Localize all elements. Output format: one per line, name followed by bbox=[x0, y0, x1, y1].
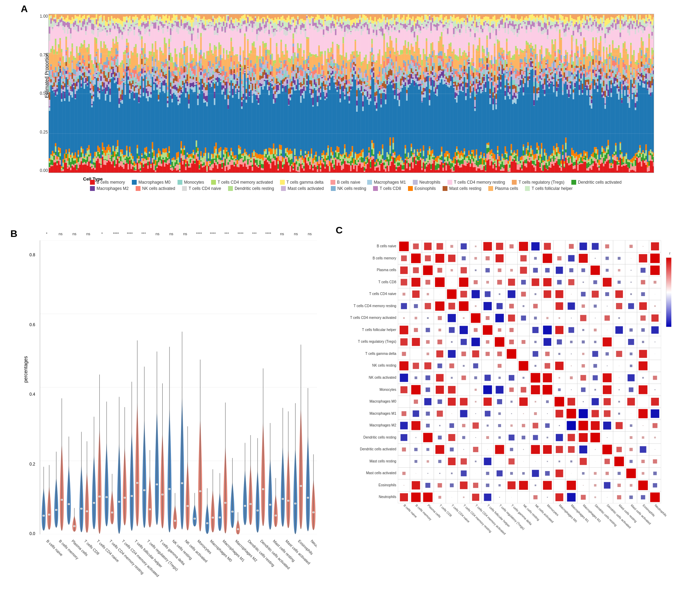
legend-swatch-t-follicular bbox=[525, 186, 530, 191]
legend-swatch-b-cells-memory bbox=[90, 180, 95, 185]
legend-item-t-cd8: T cells CD8 bbox=[373, 186, 401, 191]
legend-swatch-mast-resting bbox=[443, 186, 447, 191]
panel-b-x-labels bbox=[40, 540, 317, 609]
panel-b-y-ticks: 0.8 0.6 0.4 0.2 0.0 bbox=[29, 252, 35, 536]
legend-swatch-plasma bbox=[488, 186, 493, 191]
legend-item-dc-resting: Dendritic cells resting bbox=[228, 186, 274, 191]
panel-a-chart bbox=[48, 14, 654, 173]
legend-swatch-t-reg bbox=[512, 180, 517, 185]
legend-swatch-dc-activated bbox=[571, 180, 576, 185]
legend-item-t-follicular: T cells follicular helper bbox=[525, 186, 573, 191]
panel-b-y-axis-label: percentages bbox=[23, 356, 28, 383]
legend-item-dc-activated: Dendritic cells activated bbox=[571, 180, 622, 185]
panel-a-label: A bbox=[21, 3, 28, 15]
panel-c-label: C bbox=[336, 225, 343, 236]
legend-swatch-dc-resting bbox=[228, 186, 233, 191]
legend-swatch-nk-resting bbox=[331, 186, 336, 191]
panel-b-label: B bbox=[10, 228, 17, 239]
legend-item-b-cells-naive: B cells naive bbox=[330, 180, 360, 185]
legend-item-plasma: Plasma cells bbox=[488, 186, 518, 191]
legend-item-macrophages-m0: Macrophages M0 bbox=[132, 180, 171, 185]
panel-b-chart bbox=[40, 240, 317, 534]
legend-swatch-mast-activated bbox=[281, 186, 286, 191]
legend-swatch-t-cd8 bbox=[373, 186, 378, 191]
legend-item-t-cd4-act: T cells CD4 memory activated bbox=[211, 180, 273, 185]
legend-swatch-t-cd4-rest bbox=[447, 180, 452, 185]
legend-swatch-nk-activated bbox=[136, 186, 140, 191]
legend-swatch-t-gamma-delta bbox=[280, 180, 285, 185]
legend-swatch-macrophages-m0 bbox=[132, 180, 137, 185]
panel-b: B Low High * ns ns ns * **** **** *** ns… bbox=[10, 228, 322, 609]
panel-a: A Estimated Proportion 1.00 0.75 0.50 0.… bbox=[21, 3, 671, 211]
legend-item-eosinophils: Eosinophils bbox=[408, 186, 436, 191]
legend-item-macrophages-m2: Macrophages M2 bbox=[90, 186, 129, 191]
panel-a-legend: B cells memory Macrophages M0 Monocytes … bbox=[90, 180, 644, 191]
legend-swatch-macrophages-m2 bbox=[90, 186, 95, 191]
legend-item-macrophages-m1: Macrophages M1 bbox=[367, 180, 406, 185]
legend-item-nk-activated: NK cells activated bbox=[136, 186, 175, 191]
legend-item-nk-resting: NK cells resting bbox=[331, 186, 366, 191]
legend-item-mast-activated: Mast cells activated bbox=[281, 186, 324, 191]
legend-item-t-reg: T cells regulatory (Tregs) bbox=[512, 180, 564, 185]
legend-item-mast-resting: Mast cells resting bbox=[443, 186, 481, 191]
legend-swatch-macrophages-m1 bbox=[367, 180, 372, 185]
legend-swatch-b-cells-naive bbox=[330, 180, 335, 185]
panel-c-matrix-container bbox=[339, 235, 671, 610]
legend-swatch-neutrophils bbox=[413, 180, 418, 185]
panel-a-y-ticks: 1.00 0.75 0.50 0.25 0.00 bbox=[40, 14, 48, 173]
legend-item-b-cells-memory: B cells memory bbox=[90, 180, 125, 185]
legend-swatch-monocytes bbox=[178, 180, 182, 185]
legend-swatch-eosinophils bbox=[408, 186, 413, 191]
legend-item-neutrophils: Neutrophils bbox=[413, 180, 441, 185]
legend-swatch-t-cd4-act bbox=[211, 180, 216, 185]
panel-c: C bbox=[336, 225, 671, 612]
legend-swatch-t-cd4-naive bbox=[182, 186, 187, 191]
legend-item-t-cd4-rest: T cells CD4 memory resting bbox=[447, 180, 505, 185]
legend-item-monocytes: Monocytes bbox=[178, 180, 204, 185]
legend-item-t-gamma-delta: T cells gamma delta bbox=[280, 180, 324, 185]
legend-item-t-cd4-naive: T cells CD4 naive bbox=[182, 186, 221, 191]
